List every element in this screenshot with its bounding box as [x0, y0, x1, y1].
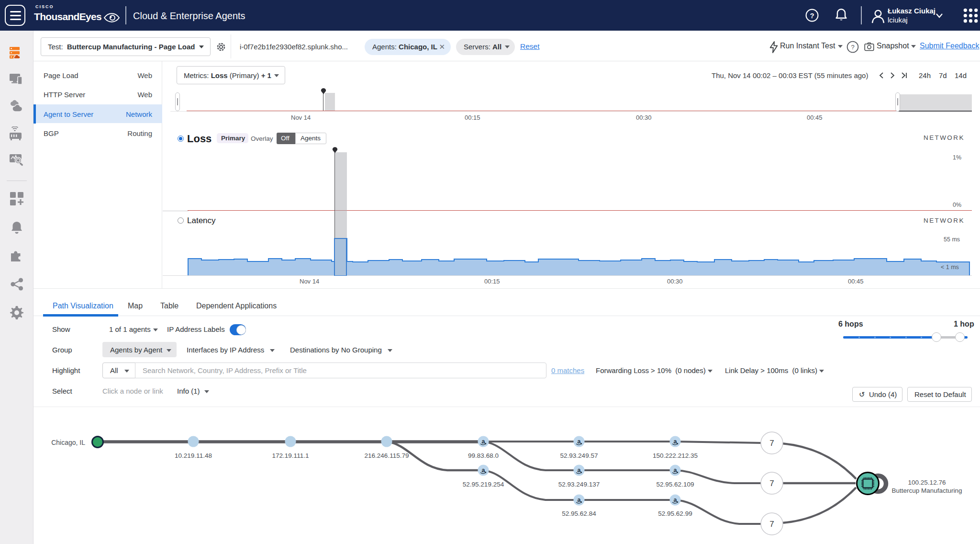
- svg-text:150.222.212.35: 150.222.212.35: [653, 452, 698, 459]
- svg-text:52.95.62.109: 52.95.62.109: [657, 481, 694, 488]
- svg-text:52.93.249.57: 52.93.249.57: [560, 452, 598, 459]
- svg-text:99.83.68.0: 99.83.68.0: [468, 452, 499, 459]
- svg-text:52.93.249.137: 52.93.249.137: [558, 481, 600, 488]
- svg-text:172.19.111.1: 172.19.111.1: [272, 452, 309, 459]
- svg-text:10.219.11.48: 10.219.11.48: [175, 452, 212, 459]
- svg-text:100.25.12.76: 100.25.12.76: [908, 479, 946, 486]
- svg-text:52.95.219.254: 52.95.219.254: [463, 481, 504, 488]
- svg-text:Buttercup Manufacturing: Buttercup Manufacturing: [891, 487, 962, 494]
- svg-text:7: 7: [769, 479, 774, 488]
- svg-text:216.246.115.79: 216.246.115.79: [365, 452, 409, 459]
- svg-text:52.95.62.84: 52.95.62.84: [562, 510, 596, 517]
- svg-text:52.95.62.99: 52.95.62.99: [658, 510, 692, 517]
- svg-text:7: 7: [769, 520, 774, 529]
- svg-text:Chicago, IL: Chicago, IL: [51, 439, 85, 446]
- svg-text:7: 7: [769, 439, 774, 448]
